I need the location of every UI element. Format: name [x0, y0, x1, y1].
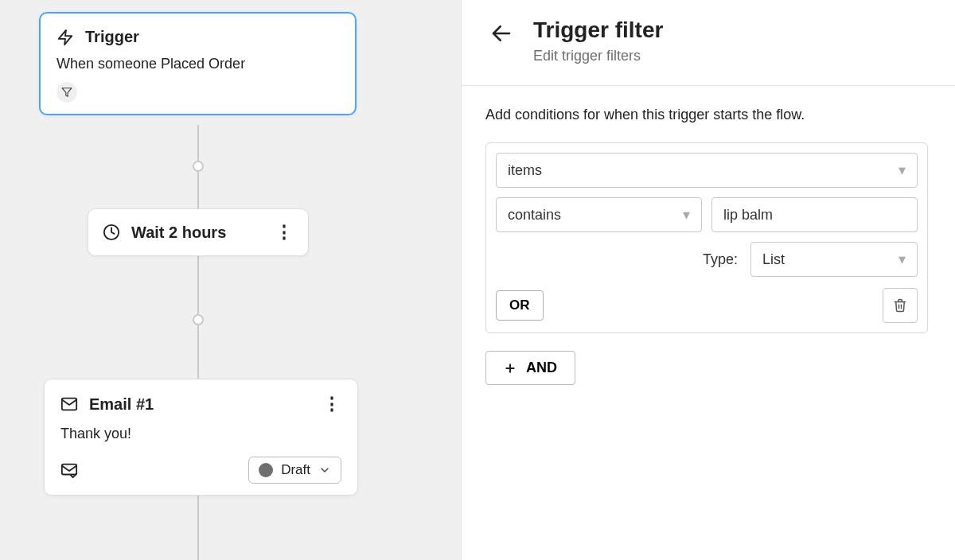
trigger-description: When someone Placed Order — [57, 56, 339, 72]
svg-marker-0 — [59, 29, 72, 44]
and-label: AND — [526, 360, 557, 376]
mail-icon — [60, 395, 78, 413]
arrow-left-icon — [489, 21, 513, 45]
plus-icon — [504, 362, 516, 375]
email-status-label: Draft — [281, 462, 310, 478]
filter-icon — [61, 87, 72, 98]
chevron-down-icon: ▾ — [898, 161, 906, 179]
lightning-icon — [57, 29, 74, 46]
type-select[interactable]: List ▾ — [750, 242, 918, 277]
field-select[interactable]: items ▾ — [496, 153, 918, 188]
clock-icon — [103, 224, 120, 241]
trigger-filter-panel: Trigger filter Edit trigger filters Add … — [461, 0, 955, 560]
value-input-value: lip balm — [723, 207, 773, 224]
chevron-down-icon: ▾ — [898, 251, 906, 268]
mail-check-icon — [60, 461, 78, 479]
operator-select[interactable]: contains ▾ — [496, 197, 702, 232]
type-label: Type: — [703, 251, 738, 268]
email-node[interactable]: Email #1 ⋮ Thank you! Draft — [44, 379, 358, 496]
panel-subtitle: Edit trigger filters — [533, 48, 663, 64]
or-button[interactable]: OR — [496, 290, 544, 321]
panel-instruction: Add conditions for when this trigger sta… — [485, 107, 928, 123]
condition-group: items ▾ contains ▾ lip balm Type: List ▾ — [485, 142, 928, 333]
trigger-node[interactable]: Trigger When someone Placed Order — [39, 12, 357, 115]
chevron-down-icon: ▾ — [683, 206, 690, 224]
email-status-select[interactable]: Draft — [248, 457, 341, 484]
delete-condition-button[interactable] — [883, 288, 918, 323]
operator-select-value: contains — [508, 207, 561, 224]
email-menu-button[interactable]: ⋮ — [322, 394, 341, 414]
wait-label: Wait 2 hours — [131, 224, 226, 242]
trigger-title: Trigger — [85, 28, 139, 46]
type-select-value: List — [762, 251, 785, 268]
svg-marker-1 — [62, 88, 72, 97]
field-select-value: items — [508, 162, 542, 179]
svg-rect-4 — [62, 465, 76, 475]
and-button[interactable]: AND — [485, 351, 575, 385]
email-subject: Thank you! — [60, 426, 341, 442]
wait-menu-button[interactable]: ⋮ — [275, 222, 294, 243]
panel-title: Trigger filter — [533, 18, 663, 43]
chevron-down-icon — [318, 464, 331, 476]
trash-icon — [893, 298, 907, 313]
filter-chip[interactable] — [57, 82, 77, 103]
email-title: Email #1 — [89, 395, 154, 414]
status-dot-icon — [259, 463, 273, 477]
value-input[interactable]: lip balm — [711, 197, 918, 232]
back-button[interactable] — [485, 18, 517, 49]
wait-node[interactable]: Wait 2 hours ⋮ — [88, 208, 309, 256]
